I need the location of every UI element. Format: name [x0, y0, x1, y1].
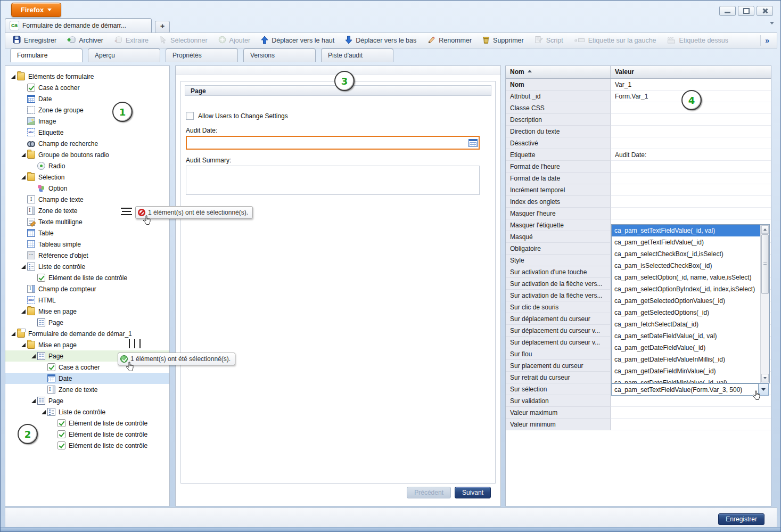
property-name[interactable]: Masqué: [506, 231, 611, 243]
listbox-item[interactable]: ca_pam_selectOptionByIndex(_id, index,is…: [612, 283, 769, 295]
scrollbar-thumb[interactable]: [761, 234, 769, 294]
listbox-item[interactable]: ca_pam_getTextFieldValue(_id): [612, 236, 769, 248]
property-row-index-des-onglets[interactable]: Index des onglets: [506, 196, 771, 208]
listbox-item[interactable]: ca_pam_selectCheckBox(_id,isSelect): [612, 248, 769, 260]
scroll-up-button[interactable]: [761, 225, 769, 234]
property-name[interactable]: Classe CSS: [506, 102, 611, 114]
listbox-item[interactable]: ca_pam_getDateFieldValue(_id): [612, 342, 769, 354]
expander-icon[interactable]: [30, 399, 37, 403]
tree-item-mise-en-page[interactable]: Mise en page: [5, 339, 169, 350]
property-row-incr-ment-temporel[interactable]: Incrément temporel: [506, 184, 771, 196]
save-button[interactable]: Enregistrer: [718, 513, 764, 525]
listbox-item[interactable]: ca_pam_isSelectedCheckBox(_id): [612, 260, 769, 272]
next-button[interactable]: Suivant: [455, 487, 491, 498]
property-name[interactable]: Sur clic de souris: [506, 301, 611, 313]
listbox-item[interactable]: ca_pam_getDateFieldMinValue(_id): [612, 365, 769, 377]
property-name[interactable]: Sur activation de la flèche vers...: [506, 290, 611, 301]
property-name[interactable]: Obligatoire: [506, 243, 611, 255]
listbox-item[interactable]: ca_pam_getDateFieldValueInMillis(_id): [612, 354, 769, 365]
property-name[interactable]: Désactivé: [506, 137, 611, 149]
tree-item-case-cocher[interactable]: Case à cocher: [5, 82, 169, 93]
minimize-button[interactable]: [719, 6, 736, 16]
tree-item-table[interactable]: Table: [5, 227, 169, 239]
expander-icon[interactable]: [20, 309, 27, 314]
property-value[interactable]: Var_1: [611, 79, 771, 91]
listbox-scrollbar[interactable]: [760, 225, 769, 383]
property-name[interactable]: Description: [506, 114, 611, 126]
property-row-masquer-l-heure[interactable]: Masquer l'heure: [506, 208, 771, 219]
value-column-header[interactable]: Valeur: [611, 66, 634, 78]
listbox-item[interactable]: ca_pam_selectOption(_id, name, value,isS…: [612, 272, 769, 283]
tab-versions[interactable]: Versions: [243, 48, 316, 62]
property-value[interactable]: [611, 161, 771, 173]
property-row-format-de-l-heure[interactable]: Format de l'heure: [506, 161, 771, 173]
tree-item-tableau-simple[interactable]: Tableau simple: [5, 239, 169, 250]
property-name[interactable]: Sur placement du curseur: [506, 360, 611, 372]
tree-item-zone-de-groupe[interactable]: Zone de groupe: [5, 104, 169, 116]
listbox-item[interactable]: ca_pam_getSelectedOptionValues(_id): [612, 295, 769, 307]
tree-item-html[interactable]: HTML: [5, 294, 169, 306]
tab-piste-d-audit[interactable]: Piste d'audit: [321, 48, 393, 62]
property-value[interactable]: [611, 114, 771, 126]
property-name[interactable]: Nom: [506, 79, 611, 91]
name-column-header[interactable]: Nom: [506, 66, 611, 78]
tree-item-image[interactable]: Image: [5, 116, 169, 127]
property-value[interactable]: Audit Date:: [611, 149, 771, 161]
property-name[interactable]: Format de la date: [506, 173, 611, 184]
tree-item-s-lection[interactable]: Sélection: [5, 171, 169, 183]
property-name[interactable]: Sur déplacement du curseur: [506, 313, 611, 325]
enregistrer-button[interactable]: Enregistrer: [9, 34, 61, 47]
tree-item-page[interactable]: Page: [5, 317, 169, 328]
tab-propri-t-s[interactable]: Propriétés: [166, 48, 238, 62]
script-function-input[interactable]: ca_pam_setTextFieldValue(Form.Var_3, 500…: [611, 383, 759, 396]
tree-item-page[interactable]: Page: [5, 395, 169, 406]
property-name[interactable]: Sur validation: [506, 395, 611, 407]
expander-icon[interactable]: [10, 75, 17, 79]
tree-item-date[interactable]: Date: [5, 373, 169, 384]
property-row-sur-validation[interactable]: Sur validation: [506, 395, 771, 407]
property-name[interactable]: Sur sélection: [506, 383, 611, 395]
property-name[interactable]: Etiquette: [506, 149, 611, 161]
tree-item-date[interactable]: Date: [5, 93, 169, 104]
expander-icon[interactable]: [40, 410, 47, 414]
property-value[interactable]: [611, 407, 771, 419]
allow-users-checkbox[interactable]: [186, 112, 194, 120]
d-placer-vers-le-haut-button[interactable]: Déplacer vers le haut: [257, 34, 339, 47]
audit-date-input[interactable]: [186, 136, 480, 150]
expander-icon[interactable]: [10, 332, 17, 336]
close-button[interactable]: [757, 6, 773, 16]
tree-item-mise-en-page[interactable]: Mise en page: [5, 306, 169, 317]
tree-item-radio[interactable]: Radio: [5, 160, 169, 171]
expander-icon[interactable]: [20, 153, 27, 157]
property-row-format-de-la-date[interactable]: Format de la date: [506, 173, 771, 184]
property-value[interactable]: [611, 208, 771, 219]
tree-item-el-ments-de-formulaire[interactable]: Eléments de formulaire: [5, 71, 169, 82]
expander-icon[interactable]: [30, 354, 37, 358]
property-row-classe-css[interactable]: Classe CSS: [506, 102, 771, 114]
new-tab-button[interactable]: +: [155, 21, 170, 33]
property-name[interactable]: Direction du texte: [506, 126, 611, 137]
property-row-description[interactable]: Description: [506, 114, 771, 126]
tree-item-etiquette[interactable]: Etiquette: [5, 127, 169, 138]
property-row-valeur-minimum[interactable]: Valeur minimum: [506, 419, 771, 430]
property-name[interactable]: Valeur maximum: [506, 407, 611, 419]
property-name[interactable]: Sur retrait du curseur: [506, 372, 611, 383]
toolbar-overflow-button[interactable]: »: [760, 35, 774, 46]
restore-button[interactable]: [738, 6, 754, 16]
tab-aper-u[interactable]: Aperçu: [88, 48, 160, 62]
tree-item-champ-de-texte[interactable]: Champ de texte: [5, 194, 169, 205]
property-name[interactable]: Format de l'heure: [506, 161, 611, 173]
listbox-item[interactable]: ca_pam_setDateFieldValue(_id, val): [612, 330, 769, 342]
tree-item-champ-de-recherche[interactable]: Champ de recherche: [5, 138, 169, 149]
expander-icon[interactable]: [20, 175, 27, 179]
audit-summary-textarea[interactable]: [186, 166, 480, 195]
property-value[interactable]: [611, 137, 771, 149]
property-row-direction-du-texte[interactable]: Direction du texte: [506, 126, 771, 137]
property-name[interactable]: Masquer l'heure: [506, 208, 611, 219]
listbox-item[interactable]: ca_pam_setDateFieldMinValue(_id, val): [612, 377, 769, 383]
firefox-menu-button[interactable]: Firefox: [11, 3, 61, 17]
property-name[interactable]: Sur déplacement du curseur v...: [506, 337, 611, 348]
tree-item-champ-de-compteur[interactable]: Champ de compteur: [5, 283, 169, 294]
property-value[interactable]: [611, 395, 771, 407]
d-placer-vers-le-bas-button[interactable]: Déplacer vers le bas: [341, 34, 421, 47]
